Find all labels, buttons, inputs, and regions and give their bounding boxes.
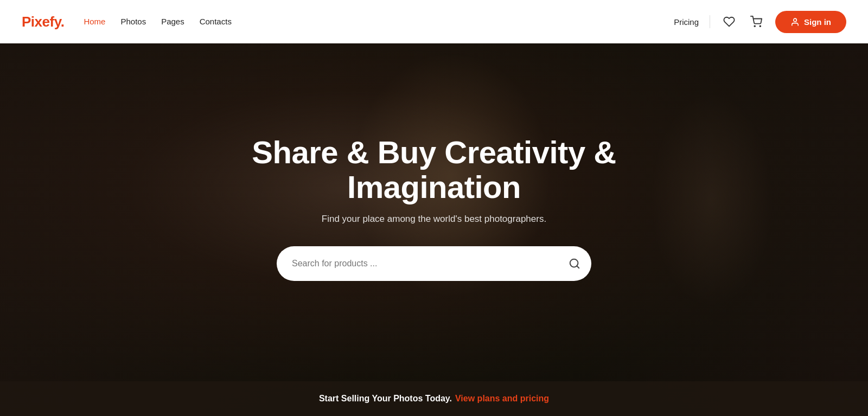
nav-divider <box>710 15 710 28</box>
user-icon <box>790 17 800 27</box>
hero-title: Share & Buy Creativity & Imagination <box>201 135 667 204</box>
search-input[interactable] <box>292 259 569 268</box>
logo[interactable]: Pixefy. <box>22 14 64 30</box>
nav-item-pages[interactable]: Pages <box>161 17 184 27</box>
hero-content: Share & Buy Creativity & Imagination Fin… <box>190 135 678 281</box>
heart-icon <box>723 16 735 28</box>
svg-point-2 <box>794 18 797 22</box>
nav-link-home[interactable]: Home <box>84 17 105 26</box>
nav-link-pages[interactable]: Pages <box>161 17 184 26</box>
navbar-left: Pixefy. Home Photos Pages Contacts <box>22 14 232 30</box>
nav-link-contacts[interactable]: Contacts <box>200 17 232 26</box>
svg-point-0 <box>754 25 755 27</box>
hero-section: Share & Buy Creativity & Imagination Fin… <box>0 0 868 416</box>
hero-subtitle: Find your place among the world's best p… <box>201 214 667 225</box>
nav-item-photos[interactable]: Photos <box>120 17 146 27</box>
search-button[interactable] <box>569 258 580 270</box>
nav-links: Home Photos Pages Contacts <box>84 17 231 27</box>
bottom-bar-link[interactable]: View plans and pricing <box>455 394 549 404</box>
bottom-bar-static-text: Start Selling Your Photos Today. <box>319 394 452 404</box>
wishlist-button[interactable] <box>721 14 737 30</box>
nav-item-contacts[interactable]: Contacts <box>200 17 232 27</box>
signin-label: Sign in <box>804 17 831 27</box>
signin-button[interactable]: Sign in <box>775 11 846 33</box>
nav-item-home[interactable]: Home <box>84 17 105 27</box>
logo-text: Pixefy <box>22 14 61 30</box>
cart-icon <box>750 16 762 28</box>
bottom-bar: Start Selling Your Photos Today. View pl… <box>0 381 868 416</box>
cart-button[interactable] <box>748 14 764 30</box>
logo-dot: . <box>61 14 65 30</box>
nav-link-photos[interactable]: Photos <box>120 17 146 26</box>
svg-line-4 <box>577 266 579 268</box>
search-bar <box>277 246 591 281</box>
pricing-link[interactable]: Pricing <box>674 17 699 27</box>
svg-point-1 <box>760 25 761 27</box>
navbar-right: Pricing Sign in <box>674 11 846 33</box>
search-icon <box>569 258 580 270</box>
navbar: Pixefy. Home Photos Pages Contacts Prici… <box>0 0 868 43</box>
